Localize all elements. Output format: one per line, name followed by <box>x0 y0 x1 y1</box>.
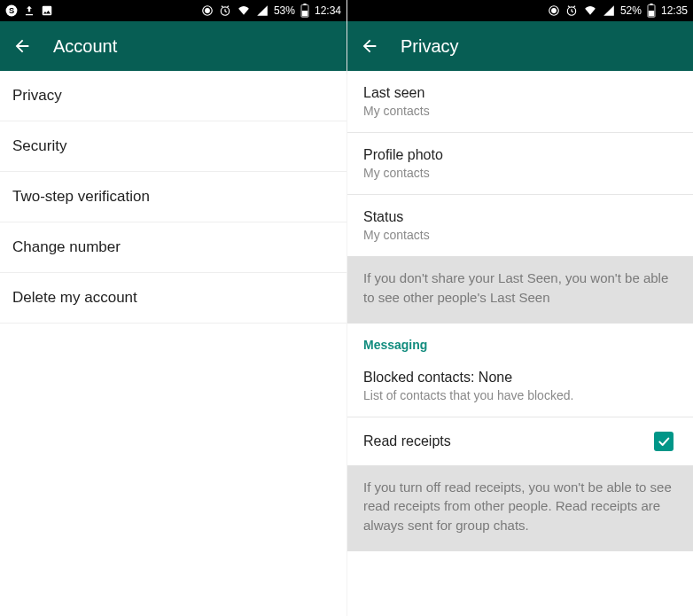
item-primary: Blocked contacts: None <box>363 370 677 386</box>
item-secondary: List of contacts that you have blocked. <box>363 388 677 402</box>
app-bar: Privacy <box>347 21 693 71</box>
item-primary: Read receipts <box>363 433 451 449</box>
screen-privacy: 52% 12:35 Privacy Last seen My contacts … <box>346 0 693 616</box>
back-icon[interactable] <box>12 36 32 56</box>
clock-time: 12:34 <box>315 4 341 17</box>
app-bar: Account <box>0 21 346 71</box>
svg-rect-13 <box>649 11 654 16</box>
status-bar: S 53% 12:3 <box>0 0 346 21</box>
battery-percent: 53% <box>274 4 295 17</box>
svg-rect-12 <box>650 4 652 5</box>
item-secondary: My contacts <box>363 228 677 242</box>
item-last-seen[interactable]: Last seen My contacts <box>347 71 693 133</box>
skype-icon: S <box>5 4 18 17</box>
page-title: Privacy <box>401 36 459 57</box>
screen-account: S 53% 12:3 <box>0 0 346 616</box>
item-primary: Profile photo <box>363 147 677 163</box>
read-receipts-checkbox[interactable] <box>654 432 674 451</box>
battery-icon <box>647 4 656 18</box>
item-change-number[interactable]: Change number <box>0 222 346 273</box>
sync-icon <box>548 4 560 17</box>
item-read-receipts[interactable]: Read receipts <box>347 417 693 465</box>
info-last-seen: If you don't share your Last Seen, you w… <box>347 256 693 324</box>
page-title: Account <box>53 36 117 57</box>
svg-text:S: S <box>9 6 14 15</box>
item-label: Two-step verification <box>12 188 150 205</box>
account-list: Privacy Security Two-step verification C… <box>0 71 346 616</box>
wifi-icon <box>237 4 251 17</box>
item-label: Change number <box>12 238 121 255</box>
info-read-receipts: If you turn off read receipts, you won't… <box>347 465 693 551</box>
item-two-step-verification[interactable]: Two-step verification <box>0 172 346 222</box>
svg-point-3 <box>206 9 210 13</box>
item-privacy[interactable]: Privacy <box>0 71 346 121</box>
section-header-messaging: Messaging <box>347 324 693 355</box>
svg-rect-7 <box>302 11 308 16</box>
svg-point-9 <box>552 9 557 13</box>
signal-icon <box>256 4 269 17</box>
svg-rect-6 <box>303 4 306 5</box>
item-delete-my-account[interactable]: Delete my account <box>0 273 346 324</box>
image-icon <box>41 4 53 17</box>
item-blocked-contacts[interactable]: Blocked contacts: None List of contacts … <box>347 355 693 417</box>
status-bar: 52% 12:35 <box>347 0 693 21</box>
back-icon[interactable] <box>360 36 379 56</box>
upload-icon <box>23 4 35 17</box>
item-primary: Last seen <box>363 85 677 101</box>
battery-percent: 52% <box>620 4 642 17</box>
item-secondary: My contacts <box>363 104 677 118</box>
item-status[interactable]: Status My contacts <box>347 195 693 256</box>
signal-icon <box>603 4 615 17</box>
item-label: Privacy <box>12 87 62 104</box>
alarm-icon <box>565 4 578 17</box>
clock-time: 12:35 <box>661 4 688 17</box>
wifi-icon <box>583 4 597 17</box>
item-secondary: My contacts <box>363 166 677 180</box>
item-label: Delete my account <box>12 289 137 306</box>
privacy-list: Last seen My contacts Profile photo My c… <box>347 71 693 616</box>
item-primary: Status <box>363 209 677 225</box>
battery-icon <box>300 4 309 18</box>
item-profile-photo[interactable]: Profile photo My contacts <box>347 133 693 195</box>
sync-icon <box>201 4 214 17</box>
alarm-icon <box>219 4 231 17</box>
item-label: Security <box>12 137 66 154</box>
item-security[interactable]: Security <box>0 121 346 172</box>
